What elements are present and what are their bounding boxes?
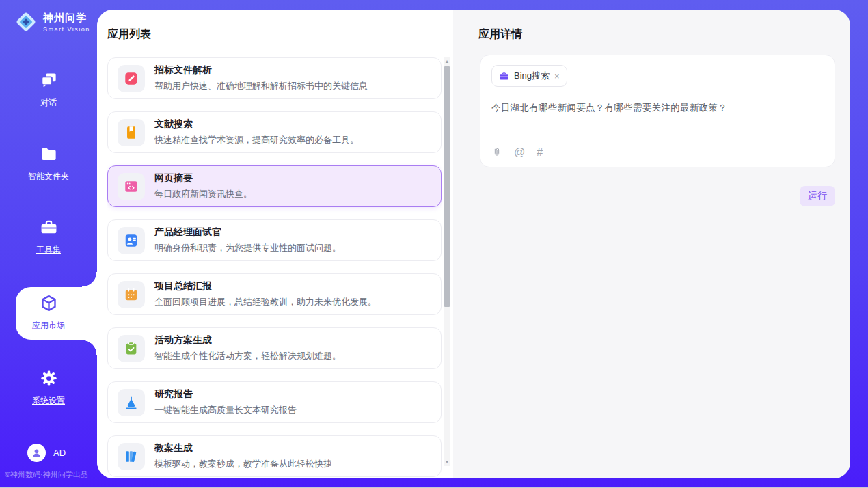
sidebar-item-label: 系统设置 <box>0 395 97 407</box>
app-card-title: 招标文件解析 <box>154 64 368 77</box>
tag-close-icon[interactable]: × <box>554 72 560 81</box>
app-card-desc: 快速精准查找学术资源，提高研究效率的必备工具。 <box>154 134 359 146</box>
app-list-panel: 应用列表 招标文件解析帮助用户快速、准确地理解和解析招标书中的关键信息文献搜索快… <box>97 10 453 478</box>
interviewer-icon <box>124 233 139 248</box>
sidebar-item-label: 工具集 <box>0 244 97 256</box>
app-card-title: 项目总结汇报 <box>154 280 377 293</box>
sidebar-item-label: 对话 <box>0 97 97 109</box>
user-icon <box>31 447 42 459</box>
calendar-icon <box>124 287 139 302</box>
sidebar-item-settings[interactable]: 系统设置 <box>0 369 97 407</box>
app-card-desc: 帮助用户快速、准确地理解和解析招标书中的关键信息 <box>154 80 368 92</box>
app-card-title: 研究报告 <box>154 388 297 401</box>
edit-doc-icon <box>124 71 139 86</box>
prompt-editor-card[interactable]: Bing搜索 × 今日湖北有哪些新闻要点？有哪些需要关注的最新政策？ @# <box>480 55 835 167</box>
app-icon-box <box>118 281 145 308</box>
app-card[interactable]: 教案生成模板驱动，教案秒成，教学准备从此轻松快捷 <box>107 435 442 477</box>
app-icon-box <box>118 173 145 200</box>
paperclip-icon[interactable] <box>491 147 502 158</box>
app-card[interactable]: 活动方案生成智能生成个性化活动方案，轻松解决规划难题。 <box>107 327 442 369</box>
research-report-icon <box>124 395 139 410</box>
app-card[interactable]: 项目总结汇报全面回顾项目进展，总结经验教训，助力未来优化发展。 <box>107 273 442 315</box>
editor-toolbar: @# <box>491 146 543 159</box>
tool-tag-bing[interactable]: Bing搜索 × <box>491 65 567 87</box>
app-card-title: 活动方案生成 <box>154 334 341 347</box>
app-list-title: 应用列表 <box>107 27 151 42</box>
app-detail-title: 应用详情 <box>478 27 522 42</box>
briefcase-icon <box>499 71 509 81</box>
app-card-desc: 一键智能生成高质量长文本研究报告 <box>154 404 297 416</box>
brand-name: 神州问学 <box>43 12 90 25</box>
sidebar-item-label: 智能文件夹 <box>0 171 97 182</box>
app-icon-box <box>118 335 145 362</box>
app-card-title: 产品经理面试官 <box>154 226 341 239</box>
query-text[interactable]: 今日湖北有哪些新闻要点？有哪些需要关注的最新政策？ <box>491 102 824 114</box>
app-card-title: 网页摘要 <box>154 172 252 185</box>
tool-tag-label: Bing搜索 <box>514 70 550 82</box>
app-card[interactable]: 招标文件解析帮助用户快速、准确地理解和解析招标书中的关键信息 <box>107 57 442 99</box>
scrollbar[interactable]: ▲ ▼ <box>444 57 450 466</box>
run-button[interactable]: 运行 <box>800 186 835 206</box>
app-card[interactable]: 网页摘要每日政府新闻资讯快查。 <box>107 165 442 207</box>
brand-tagline: Smart Vision <box>43 26 90 33</box>
content-shell: 应用列表 招标文件解析帮助用户快速、准确地理解和解析招标书中的关键信息文献搜索快… <box>97 10 850 478</box>
app-card-desc: 明确身份和职责，为您提供专业性的面试问题。 <box>154 242 341 254</box>
sidebar: 神州问学 Smart Vision 对话智能文件夹工具集应用市场系统设置 AD … <box>0 0 97 488</box>
app-icon-box <box>118 119 145 146</box>
app-card[interactable]: 文献搜索快速精准查找学术资源，提高研究效率的必备工具。 <box>107 111 442 153</box>
paperclip-icon <box>491 147 502 158</box>
toolbox-icon <box>40 218 58 236</box>
app-card-desc: 智能生成个性化活动方案，轻松解决规划难题。 <box>154 350 341 362</box>
copyright-text: ©神州数码·神州问学出品 <box>5 470 88 480</box>
sidebar-item-chat[interactable]: 对话 <box>0 71 97 109</box>
app-card-desc: 每日政府新闻资讯快查。 <box>154 188 252 200</box>
sidebar-item-smart-folder[interactable]: 智能文件夹 <box>0 145 97 182</box>
app-card[interactable]: 产品经理面试官明确身份和职责，为您提供专业性的面试问题。 <box>107 219 442 261</box>
gear-icon <box>40 369 58 388</box>
cube-icon <box>40 294 58 312</box>
browser-code-icon <box>124 179 139 194</box>
app-card-list: 招标文件解析帮助用户快速、准确地理解和解析招标书中的关键信息文献搜索快速精准查找… <box>107 57 442 478</box>
app-icon-box <box>118 443 145 470</box>
brand-diamond-icon <box>14 10 38 34</box>
app-card[interactable]: 研究报告一键智能生成高质量长文本研究报告 <box>107 381 442 423</box>
app-detail-panel: 应用详情 Bing搜索 × 今日湖北有哪些新闻要点？有哪些需要关注的最新政策？ … <box>453 10 850 478</box>
app-card-title: 教案生成 <box>154 442 332 455</box>
brand-logo: 神州问学 Smart Vision <box>14 10 90 34</box>
app-card-desc: 全面回顾项目进展，总结经验教训，助力未来优化发展。 <box>154 296 377 308</box>
user-avatar <box>27 444 46 462</box>
scroll-down-icon[interactable]: ▼ <box>444 458 450 466</box>
user-account[interactable]: AD <box>27 444 66 462</box>
app-icon-box <box>118 65 145 92</box>
book-icon <box>124 125 139 140</box>
app-card-title: 文献搜索 <box>154 118 359 131</box>
clipboard-check-icon <box>124 341 139 356</box>
app-icon-box <box>118 389 145 416</box>
sidebar-item-toolset[interactable]: 工具集 <box>0 218 97 256</box>
app-card-desc: 模板驱动，教案秒成，教学准备从此轻松快捷 <box>154 458 332 470</box>
folder-icon <box>40 145 58 163</box>
sidebar-item-label: 应用市场 <box>0 320 97 331</box>
at-icon[interactable]: @ <box>514 146 525 159</box>
sidebar-item-app-market[interactable]: 应用市场 <box>0 294 97 331</box>
hash-icon[interactable]: # <box>537 146 543 159</box>
user-name: AD <box>53 448 66 458</box>
scrollbar-thumb[interactable] <box>444 66 450 307</box>
books-icon <box>124 449 139 464</box>
app-icon-box <box>118 227 145 254</box>
chat-icon <box>40 71 58 90</box>
scroll-up-icon[interactable]: ▲ <box>444 57 450 66</box>
